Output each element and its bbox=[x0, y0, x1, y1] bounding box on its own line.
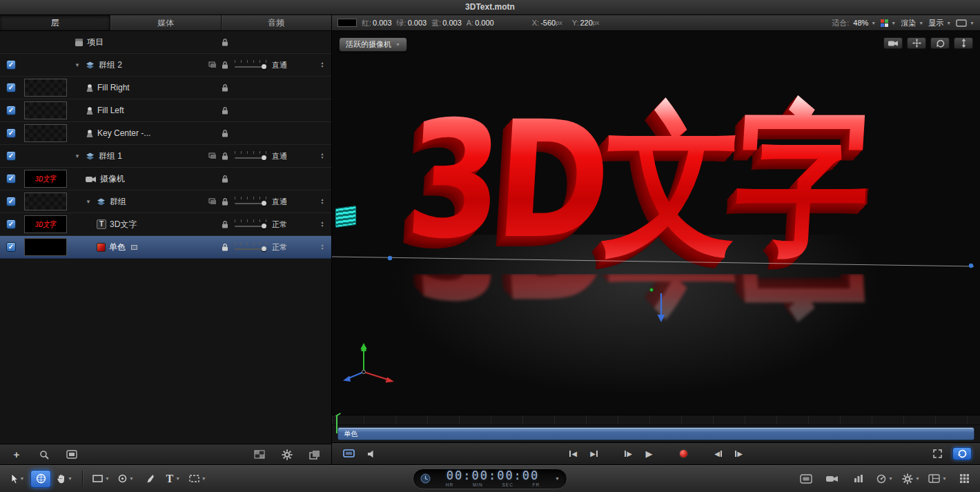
visibility-checkbox[interactable]: ✓ bbox=[6, 106, 16, 115]
import-camera-button[interactable] bbox=[823, 471, 841, 487]
layers-view-button[interactable] bbox=[306, 449, 323, 461]
blend-mode[interactable]: 直通 bbox=[272, 151, 313, 161]
blend-mode[interactable]: 正常 bbox=[272, 242, 313, 253]
visibility-checkbox[interactable]: ✓ bbox=[6, 151, 16, 161]
row-stepper[interactable]: ▲▼ bbox=[313, 244, 331, 250]
disclosure-triangle[interactable]: ▼ bbox=[86, 199, 92, 205]
visibility-checkbox[interactable]: ✓ bbox=[6, 219, 16, 229]
timecode-display[interactable]: 00:00:00:00 HRMINSECFR ▼ bbox=[413, 469, 567, 489]
timecode-value[interactable]: 00:00:00:00 bbox=[447, 470, 540, 482]
tab-layers[interactable]: 层 bbox=[0, 15, 110, 30]
visibility-checkbox[interactable]: ✓ bbox=[6, 242, 16, 252]
settings-gear-button[interactable] bbox=[279, 449, 295, 461]
fullscreen-button[interactable] bbox=[929, 447, 945, 461]
pan-view-button[interactable] bbox=[907, 37, 926, 49]
lock-icon[interactable] bbox=[218, 38, 232, 46]
anchor-point[interactable] bbox=[649, 288, 654, 292]
lock-icon[interactable] bbox=[218, 61, 232, 69]
adjust-3d-transform-tool[interactable] bbox=[30, 470, 51, 488]
visibility-checkbox[interactable]: ✓ bbox=[6, 128, 16, 138]
tab-audio[interactable]: 音频 bbox=[222, 15, 331, 30]
layer-row-group2[interactable]: ✓ ▼ 群组 2 直通 bbox=[0, 54, 331, 77]
media-browser-button[interactable] bbox=[850, 471, 868, 487]
filter-list-button[interactable] bbox=[63, 449, 80, 461]
rectangle-tool[interactable]: ▼ bbox=[90, 470, 112, 488]
lock-icon[interactable] bbox=[218, 175, 232, 183]
timecode-menu-arrow[interactable]: ▼ bbox=[555, 476, 560, 481]
keypad-button[interactable] bbox=[955, 471, 973, 487]
add-layer-button[interactable]: + bbox=[8, 449, 25, 461]
layer-row-group[interactable]: ✓ ▼ 群组 直通 bbox=[0, 190, 331, 213]
text-tool[interactable]: T ▼ bbox=[163, 470, 184, 488]
lock-icon[interactable] bbox=[218, 220, 232, 228]
row-stepper[interactable]: ▲▼ bbox=[313, 61, 331, 68]
layer-row-fill-left[interactable]: ✓ Fill Left bbox=[0, 99, 331, 122]
select-tool[interactable]: ▼ bbox=[7, 470, 28, 488]
layer-row-solid[interactable]: ✓ 单色 正常 ▲▼ bbox=[0, 236, 331, 259]
render-menu[interactable]: 渲染▼ bbox=[901, 18, 923, 28]
play-button[interactable]: ▶ bbox=[641, 447, 658, 461]
lock-icon[interactable] bbox=[218, 152, 232, 160]
y-axis-handle[interactable] bbox=[656, 293, 666, 322]
paint-stroke-tool[interactable] bbox=[139, 470, 160, 488]
dolly-view-button[interactable] bbox=[954, 37, 973, 49]
layout-button[interactable]: ▼ bbox=[928, 471, 947, 487]
color-swatch[interactable] bbox=[337, 19, 357, 27]
search-button[interactable] bbox=[36, 449, 52, 461]
opacity-slider[interactable] bbox=[232, 242, 272, 253]
visibility-checkbox[interactable]: ✓ bbox=[6, 197, 16, 206]
lock-icon[interactable] bbox=[218, 129, 232, 137]
record-button[interactable] bbox=[676, 447, 692, 461]
lock-icon[interactable] bbox=[218, 106, 232, 115]
lock-icon[interactable] bbox=[218, 197, 232, 206]
timeline-ruler[interactable] bbox=[332, 415, 980, 425]
lock-icon[interactable] bbox=[218, 83, 232, 92]
playhead[interactable] bbox=[336, 415, 337, 433]
blend-mode[interactable]: 直通 bbox=[272, 60, 313, 70]
disclosure-triangle[interactable]: ▼ bbox=[75, 62, 81, 68]
hud-button[interactable] bbox=[797, 471, 815, 487]
visibility-checkbox[interactable]: ✓ bbox=[6, 60, 16, 70]
pan-hand-tool[interactable]: ▼ bbox=[54, 470, 75, 488]
visibility-checkbox[interactable]: ✓ bbox=[6, 83, 16, 92]
go-to-end-button[interactable]: ▶ bbox=[586, 447, 602, 461]
row-stepper[interactable]: ▲▼ bbox=[313, 221, 331, 228]
layer-row-key-center[interactable]: ✓ Key Center -... bbox=[0, 122, 331, 145]
step-forward-button[interactable]: ▶ bbox=[731, 447, 747, 461]
channels-menu[interactable]: ▼ bbox=[881, 19, 896, 27]
opacity-slider[interactable] bbox=[232, 219, 272, 230]
layer-row-camera[interactable]: ✓ 3D文字 摄像机 bbox=[0, 168, 331, 190]
lock-icon[interactable] bbox=[218, 243, 232, 251]
canvas[interactable]: 3D文字 3D文字 3D文字 3D文字 活跃的摄像机 ▼ bbox=[332, 31, 980, 415]
display-options-menu[interactable]: ▼ bbox=[956, 19, 974, 27]
go-to-start-button[interactable]: ◀ bbox=[565, 447, 582, 461]
row-stepper[interactable]: ▲▼ bbox=[313, 198, 331, 205]
opacity-slider[interactable] bbox=[232, 196, 272, 207]
blend-mode[interactable]: 正常 bbox=[272, 219, 313, 230]
tab-media[interactable]: 媒体 bbox=[110, 15, 221, 30]
disclosure-triangle[interactable]: ▼ bbox=[75, 153, 81, 159]
emitter-object[interactable] bbox=[335, 206, 356, 228]
mask-tool[interactable]: ▼ bbox=[186, 470, 209, 488]
show-canvas-button[interactable] bbox=[340, 447, 357, 461]
opacity-slider[interactable] bbox=[232, 150, 272, 161]
step-back-button[interactable]: ◀ bbox=[710, 447, 727, 461]
active-camera-menu[interactable]: 活跃的摄像机 ▼ bbox=[339, 37, 407, 52]
bezier-tool[interactable]: ▼ bbox=[115, 470, 137, 488]
blend-mode[interactable]: 直通 bbox=[272, 197, 313, 207]
play-from-start-button[interactable]: ▶ bbox=[620, 447, 637, 461]
opacity-slider[interactable] bbox=[232, 59, 272, 70]
audio-mute-button[interactable] bbox=[364, 447, 380, 461]
camera-select-button[interactable] bbox=[883, 37, 903, 49]
timeline-layer-bar[interactable]: 单色 bbox=[337, 427, 974, 440]
behaviors-button[interactable]: ▼ bbox=[876, 471, 894, 487]
filters-gear-button[interactable]: ▼ bbox=[902, 471, 920, 487]
layer-row-group1[interactable]: ✓ ▼ 群组 1 直通 bbox=[0, 145, 331, 168]
layer-row-3d-text[interactable]: ✓ 3D文字 T 3D文字 正常 ▲▼ bbox=[0, 213, 331, 236]
orbit-view-button[interactable] bbox=[930, 37, 950, 49]
zoom-menu[interactable]: 适合:48%▼ bbox=[832, 18, 876, 28]
transparency-toggle-button[interactable] bbox=[251, 449, 268, 461]
row-stepper[interactable]: ▲▼ bbox=[313, 152, 331, 159]
loop-playback-button[interactable] bbox=[952, 447, 972, 460]
visibility-checkbox[interactable]: ✓ bbox=[6, 174, 16, 184]
